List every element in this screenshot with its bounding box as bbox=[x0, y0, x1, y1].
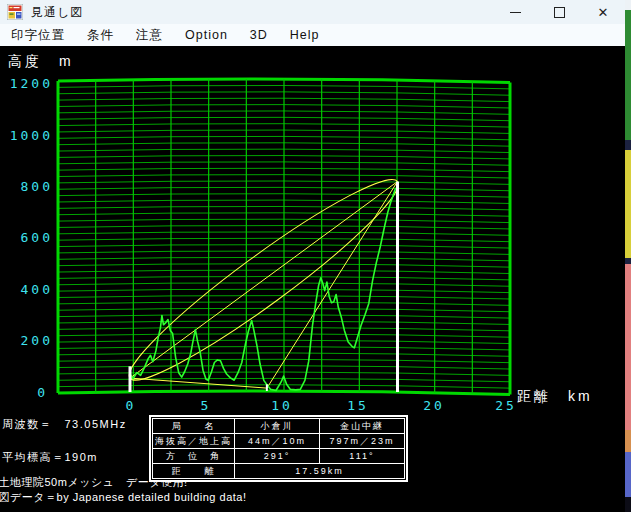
table-row-station-name: 局 名 小倉川 金山中継 bbox=[153, 419, 405, 434]
row-label-azimuth: 方 位 角 bbox=[153, 449, 235, 464]
x-tick-0: 0 bbox=[126, 398, 137, 413]
station2-name: 金山中継 bbox=[320, 419, 405, 434]
sliver-segment bbox=[625, 497, 631, 512]
menu-conditions[interactable]: 条件 bbox=[76, 25, 125, 46]
sliver-segment bbox=[625, 150, 631, 258]
y-tick-800: 800 bbox=[21, 179, 53, 194]
menu-print-position[interactable]: 印字位置 bbox=[0, 25, 76, 46]
close-button[interactable]: ✕ bbox=[581, 0, 625, 24]
app-icon bbox=[7, 4, 23, 20]
elevation-grid bbox=[58, 79, 510, 394]
maximize-icon bbox=[554, 7, 565, 18]
station1-heights: 44m／10m bbox=[235, 434, 320, 449]
sliver-segment bbox=[625, 264, 631, 430]
sliver-segment bbox=[625, 10, 631, 140]
y-tick-600: 600 bbox=[21, 230, 53, 245]
station1-azimuth: 291° bbox=[235, 449, 320, 464]
x-tick-25: 25 bbox=[495, 398, 517, 413]
sliver-segment bbox=[625, 0, 631, 10]
y-tick-400: 400 bbox=[21, 282, 53, 297]
menu-3d[interactable]: 3D bbox=[239, 26, 279, 44]
frequency-readout: 周波数＝ 73.05MHz bbox=[2, 417, 127, 432]
sliver-segment bbox=[625, 452, 631, 497]
menu-bar: 印字位置 条件 注意 Option 3D Help bbox=[0, 24, 625, 46]
title-bar: 見通し図 ✕ bbox=[0, 0, 625, 24]
close-icon: ✕ bbox=[598, 6, 609, 19]
chart-series bbox=[116, 162, 412, 398]
y-axis-title: 高度 m bbox=[8, 53, 74, 69]
link-summary-table: 局 名 小倉川 金山中継 海抜高／地上高 44m／10m 797m／23m 方 … bbox=[149, 415, 408, 482]
minimize-icon bbox=[510, 12, 521, 13]
station2-heights: 797m／23m bbox=[320, 434, 405, 449]
sliver-segment bbox=[625, 430, 631, 452]
window-title: 見通し図 bbox=[31, 4, 83, 21]
maximize-button[interactable] bbox=[537, 0, 581, 24]
sliver-segment bbox=[625, 140, 631, 150]
y-tick-1200: 1200 bbox=[10, 76, 53, 91]
row-label-distance: 距 離 bbox=[153, 464, 235, 479]
app-window: 見通し図 ✕ 印字位置 条件 注意 Option 3D Help 高度 m 距離… bbox=[0, 0, 625, 512]
row-label-heights: 海抜高／地上高 bbox=[153, 434, 235, 449]
x-axis-title: 距離 km bbox=[517, 388, 593, 404]
background-window-sliver bbox=[625, 0, 631, 512]
table-row-heights: 海抜高／地上高 44m／10m 797m／23m bbox=[153, 434, 405, 449]
menu-help[interactable]: Help bbox=[279, 26, 331, 44]
minimize-button[interactable] bbox=[493, 0, 537, 24]
x-tick-10: 10 bbox=[271, 398, 293, 413]
path-distance-value: 17.59km bbox=[235, 464, 405, 479]
y-tick-200: 200 bbox=[21, 333, 53, 348]
table-row-azimuth: 方 位 角 291° 111° bbox=[153, 449, 405, 464]
table-row-distance: 距 離 17.59km bbox=[153, 464, 405, 479]
x-tick-5: 5 bbox=[201, 398, 212, 413]
direct-ray-line bbox=[130, 182, 398, 379]
menu-option[interactable]: Option bbox=[174, 26, 239, 44]
menu-notes[interactable]: 注意 bbox=[125, 25, 174, 46]
y-tick-0: 0 bbox=[37, 385, 48, 400]
x-tick-20: 20 bbox=[423, 398, 445, 413]
station2-azimuth: 111° bbox=[320, 449, 405, 464]
average-elevation-readout: 平均標高＝190m bbox=[2, 450, 98, 465]
x-tick-15: 15 bbox=[347, 398, 369, 413]
y-tick-1000: 1000 bbox=[10, 128, 53, 143]
building-data-footnote: 地図データ＝by Japanese detailed building data… bbox=[0, 490, 246, 505]
chart-client-area: 高度 m 距離 km 1200 1000 800 600 400 200 0 0… bbox=[0, 46, 631, 512]
station1-name: 小倉川 bbox=[235, 419, 320, 434]
row-label-station: 局 名 bbox=[153, 419, 235, 434]
